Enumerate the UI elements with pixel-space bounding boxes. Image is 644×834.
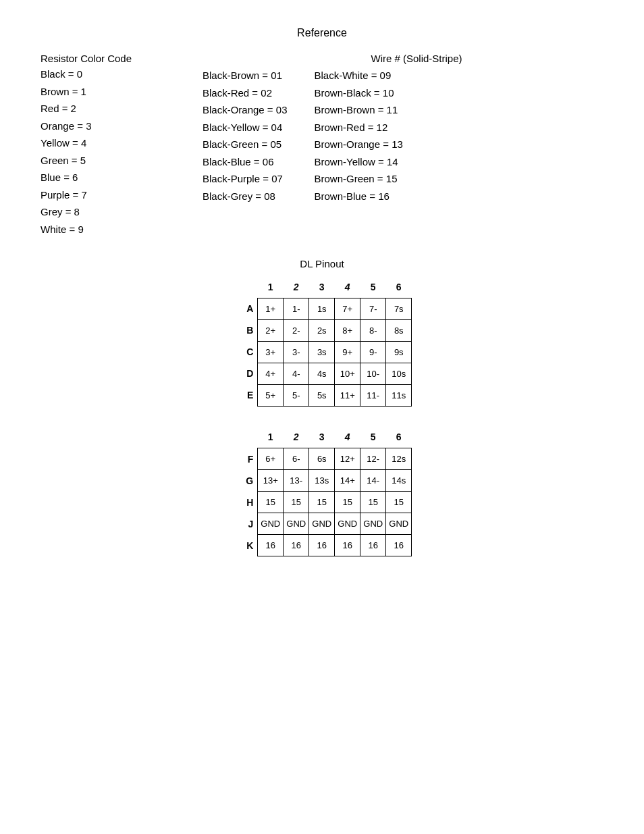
table-cell: 7+ [335, 298, 360, 319]
list-item: Purple = 7 [41, 186, 176, 204]
table-cell: GND [386, 513, 412, 535]
list-item: Yellow = 4 [41, 134, 176, 152]
table-row: A 1+ 1- 1s 7+ 7- 7s [232, 298, 412, 319]
col-header-1: 1 [258, 276, 284, 298]
list-item: Black-Yellow = 04 [203, 119, 288, 136]
col-header-3: 3 [309, 276, 335, 298]
table-cell: 5+ [258, 384, 284, 406]
row-header-G: G [232, 470, 258, 492]
table-cell: GND [284, 513, 309, 535]
table-cell: GND [258, 513, 284, 535]
list-item: Brown-Red = 12 [315, 119, 403, 136]
list-item: Brown = 1 [41, 83, 176, 101]
table-row: J GND GND GND GND GND GND [232, 513, 412, 535]
table-cell: 6- [284, 448, 309, 470]
col-header-5: 5 [360, 427, 386, 448]
pinout-table-1: 1 2 3 4 5 6 A 1+ 1- 1s 7+ 7- 7s [232, 276, 412, 407]
table-cell: 15 [284, 492, 309, 513]
table-cell: 16 [284, 535, 309, 556]
table-cell: 9- [360, 341, 386, 363]
table-row: B 2+ 2- 2s 8+ 8- 8s [232, 319, 412, 341]
table-cell: 14+ [335, 470, 360, 492]
table-cell: 2s [309, 319, 335, 341]
table-cell: 9s [386, 341, 412, 363]
wire-title: Wire # (Solid-Stripe) [230, 53, 603, 64]
list-item: Black-White = 09 [315, 67, 403, 84]
table-row: E 5+ 5- 5s 11+ 11- 11s [232, 384, 412, 406]
table-cell: 13s [309, 470, 335, 492]
row-header-J: J [232, 513, 258, 535]
row-header-K: K [232, 535, 258, 556]
list-item: Orange = 3 [41, 118, 176, 135]
table-cell: 4s [309, 363, 335, 384]
row-header-H: H [232, 492, 258, 513]
list-item: Brown-Blue = 16 [315, 188, 403, 205]
list-item: Black-Brown = 01 [203, 67, 288, 84]
page-title: Reference [41, 27, 603, 39]
table-cell: 6s [309, 448, 335, 470]
table-cell: 16 [258, 535, 284, 556]
table-cell: 10- [360, 363, 386, 384]
color-code-section: Resistor Color Code Black = 0 Brown = 1 … [41, 53, 176, 238]
table-cell: 10+ [335, 363, 360, 384]
pinout-table-2: 1 2 3 4 5 6 F 6+ 6- 6s 12+ 12- 12s [232, 427, 412, 557]
table-cell: 8- [360, 319, 386, 341]
col-header-empty [232, 427, 258, 448]
table-cell: 16 [360, 535, 386, 556]
table-cell: 2+ [258, 319, 284, 341]
table-cell: 14- [360, 470, 386, 492]
table-cell: 13+ [258, 470, 284, 492]
table-cell: 16 [309, 535, 335, 556]
col-header-4: 4 [335, 427, 360, 448]
table-cell: 7- [360, 298, 386, 319]
list-item: Brown-Orange = 13 [315, 136, 403, 153]
list-item: Brown-Green = 15 [315, 170, 403, 188]
table-row: K 16 16 16 16 16 16 [232, 535, 412, 556]
list-item: Brown-Yellow = 14 [315, 153, 403, 171]
table-cell: 7s [386, 298, 412, 319]
table-cell: 5s [309, 384, 335, 406]
table-cell: 15 [258, 492, 284, 513]
list-item: Green = 5 [41, 152, 176, 170]
list-item: Brown-Black = 10 [315, 84, 403, 102]
table-cell: 10s [386, 363, 412, 384]
table-cell: 11+ [335, 384, 360, 406]
table-cell: 11- [360, 384, 386, 406]
list-item: Red = 2 [41, 100, 176, 118]
table-cell: 4- [284, 363, 309, 384]
list-item: Black-Green = 05 [203, 136, 288, 153]
col-header-4: 4 [335, 276, 360, 298]
table-cell: 12+ [335, 448, 360, 470]
table-cell: 16 [386, 535, 412, 556]
row-header-B: B [232, 319, 258, 341]
table-cell: 1+ [258, 298, 284, 319]
pinout-section: DL Pinout 1 2 3 4 5 6 A 1+ 1- [41, 258, 603, 577]
row-header-E: E [232, 384, 258, 406]
wire-section: Wire # (Solid-Stripe) Black-Brown = 01 B… [189, 53, 603, 238]
table-cell: 8+ [335, 319, 360, 341]
table-cell: 15 [386, 492, 412, 513]
table-cell: GND [360, 513, 386, 535]
row-header-A: A [232, 298, 258, 319]
list-item: Brown-Brown = 11 [315, 101, 403, 119]
table-cell: 15 [360, 492, 386, 513]
table-cell: 5- [284, 384, 309, 406]
list-item: Blue = 6 [41, 169, 176, 186]
col-header-5: 5 [360, 276, 386, 298]
table-cell: 3- [284, 341, 309, 363]
col-header-1: 1 [258, 427, 284, 448]
table-row: D 4+ 4- 4s 10+ 10- 10s [232, 363, 412, 384]
col-header-empty [232, 276, 258, 298]
table-cell: 14s [386, 470, 412, 492]
wire-col-1: Black-Brown = 01 Black-Red = 02 Black-Or… [203, 67, 288, 205]
list-item: Black-Blue = 06 [203, 153, 288, 171]
table-cell: 12- [360, 448, 386, 470]
table-cell: 1- [284, 298, 309, 319]
wire-columns: Black-Brown = 01 Black-Red = 02 Black-Or… [203, 67, 603, 205]
list-item: Black-Orange = 03 [203, 101, 288, 119]
table-cell: 16 [335, 535, 360, 556]
list-item: Black-Grey = 08 [203, 188, 288, 205]
table-cell: 15 [335, 492, 360, 513]
table-cell: 12s [386, 448, 412, 470]
row-header-F: F [232, 448, 258, 470]
